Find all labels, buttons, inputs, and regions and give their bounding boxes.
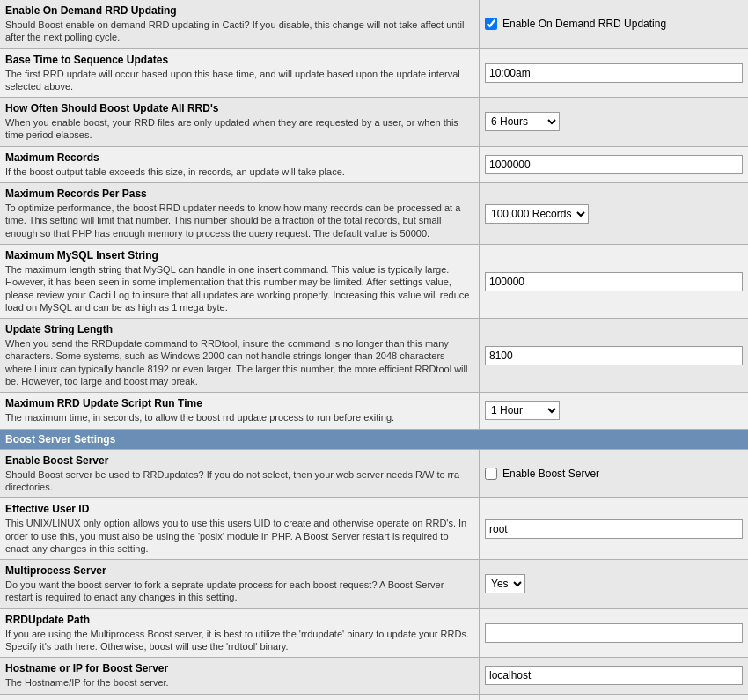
checkbox-text-enable-on-demand: Enable On Demand RRD Updating: [502, 18, 666, 30]
label-title-rrdupdate-path: RRDUpdate Path: [5, 614, 473, 626]
control-col-hostname-boost: [480, 658, 748, 693]
label-col-enable-boost-server: Enable Boost ServerShould Boost server b…: [0, 450, 480, 498]
label-col-multiprocess-server: Multiprocess ServerDo you want the boost…: [0, 560, 480, 608]
control-col-effective-user-id: [480, 498, 748, 559]
label-title-max-records-per-pass: Maximum Records Per Pass: [5, 188, 473, 200]
control-col-max-rrd-script-runtime: 30 Minutes1 Hour2 Hours4 Hours: [480, 393, 748, 428]
label-title-max-rrd-script-runtime: Maximum RRD Update Script Run Time: [5, 397, 473, 409]
settings-row-base-time: Base Time to Sequence UpdatesThe first R…: [0, 49, 748, 99]
label-col-effective-user-id: Effective User IDThis UNIX/LINUX only op…: [0, 498, 480, 559]
label-title-multiprocess-server: Multiprocess Server: [5, 564, 473, 577]
control-col-max-records: [480, 147, 748, 182]
input-max-mysql-insert[interactable]: [485, 272, 743, 291]
select-max-records-per-pass[interactable]: 5,000 Records10,000 Records20,000 Record…: [485, 204, 589, 224]
label-title-enable-on-demand: Enable On Demand RRD Updating: [5, 4, 473, 17]
label-title-effective-user-id: Effective User ID: [5, 503, 473, 515]
label-col-tcp-port: TCP Port to Communicate OnThe boost serv…: [0, 695, 480, 700]
settings-row-max-records-per-pass: Maximum Records Per PassTo optimize perf…: [0, 183, 748, 245]
label-title-enable-boost-server: Enable Boost Server: [5, 454, 473, 467]
settings-row-max-records: Maximum RecordsIf the boost output table…: [0, 147, 748, 183]
settings-row-enable-on-demand: Enable On Demand RRD UpdatingShould Boos…: [0, 0, 748, 49]
control-col-tcp-port: [480, 695, 748, 700]
checkbox-text-enable-boost-server: Enable Boost Server: [502, 468, 599, 480]
control-col-base-time: [480, 49, 748, 98]
select-max-rrd-script-runtime[interactable]: 30 Minutes1 Hour2 Hours4 Hours: [485, 401, 560, 420]
label-desc-hostname-boost: The Hostname/IP for the boost server.: [5, 676, 473, 689]
main-settings: Enable On Demand RRD UpdatingShould Boos…: [0, 0, 748, 430]
checkbox-label-enable-boost-server[interactable]: Enable Boost Server: [485, 468, 599, 480]
input-base-time[interactable]: [485, 63, 743, 83]
select-multiprocess-server[interactable]: YesNo: [485, 574, 525, 593]
label-title-base-time: Base Time to Sequence Updates: [5, 54, 473, 66]
label-title-how-often: How Often Should Boost Update All RRD's: [5, 102, 473, 114]
settings-row-how-often: How Often Should Boost Update All RRD'sW…: [0, 98, 748, 147]
label-desc-max-records: If the boost output table exceeds this s…: [5, 166, 473, 178]
label-col-rrdupdate-path: RRDUpdate PathIf you are using the Multi…: [0, 609, 480, 658]
label-desc-enable-on-demand: Should Boost enable on demand RRD updati…: [5, 18, 473, 44]
label-col-max-records-per-pass: Maximum Records Per PassTo optimize perf…: [0, 183, 480, 244]
label-desc-multiprocess-server: Do you want the boost server to fork a s…: [5, 578, 473, 604]
control-col-update-string-length: [480, 319, 748, 392]
label-desc-effective-user-id: This UNIX/LINUX only option allows you t…: [5, 517, 473, 555]
label-desc-enable-boost-server: Should Boost server be used to RRDupdate…: [5, 468, 473, 494]
input-rrdupdate-path[interactable]: [485, 623, 743, 643]
input-max-records[interactable]: [485, 155, 743, 174]
label-desc-base-time: The first RRD update will occur based up…: [5, 68, 473, 93]
settings-row-effective-user-id: Effective User IDThis UNIX/LINUX only op…: [0, 498, 748, 560]
input-hostname-boost[interactable]: [485, 666, 743, 685]
label-title-hostname-boost: Hostname or IP for Boost Server: [5, 662, 473, 674]
label-col-enable-on-demand: Enable On Demand RRD UpdatingShould Boos…: [0, 0, 480, 48]
checkbox-enable-on-demand[interactable]: [485, 18, 497, 30]
label-col-max-mysql-insert: Maximum MySQL Insert StringThe maximum l…: [0, 245, 480, 318]
label-desc-max-records-per-pass: To optimize performance, the boost RRD u…: [5, 202, 473, 239]
boost-settings: Enable Boost ServerShould Boost server b…: [0, 450, 748, 700]
control-col-max-mysql-insert: [480, 245, 748, 318]
label-col-base-time: Base Time to Sequence UpdatesThe first R…: [0, 49, 480, 98]
settings-row-update-string-length: Update String LengthWhen you send the RR…: [0, 319, 748, 393]
section-boost-header: Boost Server Settings: [0, 430, 748, 450]
settings-row-tcp-port: TCP Port to Communicate OnThe boost serv…: [0, 695, 748, 700]
control-col-how-often: 15 Minutes30 Minutes1 Hour2 Hours4 Hours…: [480, 98, 748, 146]
select-how-often[interactable]: 15 Minutes30 Minutes1 Hour2 Hours4 Hours…: [485, 112, 560, 131]
checkbox-label-enable-on-demand[interactable]: Enable On Demand RRD Updating: [485, 18, 666, 30]
label-desc-how-often: When you enable boost, your RRD files ar…: [5, 116, 473, 142]
page-container: Enable On Demand RRD UpdatingShould Boos…: [0, 0, 748, 700]
settings-row-rrdupdate-path: RRDUpdate PathIf you are using the Multi…: [0, 609, 748, 659]
label-title-update-string-length: Update String Length: [5, 323, 473, 335]
checkbox-enable-boost-server[interactable]: [485, 468, 497, 480]
label-desc-max-rrd-script-runtime: The maximum time, in seconds, to allow t…: [5, 411, 473, 424]
control-col-rrdupdate-path: [480, 609, 748, 658]
settings-row-multiprocess-server: Multiprocess ServerDo you want the boost…: [0, 560, 748, 609]
label-col-hostname-boost: Hostname or IP for Boost ServerThe Hostn…: [0, 658, 480, 693]
label-col-max-records: Maximum RecordsIf the boost output table…: [0, 147, 480, 182]
label-col-update-string-length: Update String LengthWhen you send the RR…: [0, 319, 480, 392]
label-col-max-rrd-script-runtime: Maximum RRD Update Script Run TimeThe ma…: [0, 393, 480, 428]
label-desc-update-string-length: When you send the RRDupdate command to R…: [5, 337, 473, 387]
control-col-max-records-per-pass: 5,000 Records10,000 Records20,000 Record…: [480, 183, 748, 244]
settings-row-max-mysql-insert: Maximum MySQL Insert StringThe maximum l…: [0, 245, 748, 319]
label-desc-rrdupdate-path: If you are using the Multiprocess Boost …: [5, 628, 473, 653]
label-title-max-mysql-insert: Maximum MySQL Insert String: [5, 249, 473, 262]
input-effective-user-id[interactable]: [485, 519, 743, 539]
settings-row-hostname-boost: Hostname or IP for Boost ServerThe Hostn…: [0, 658, 748, 694]
control-col-multiprocess-server: YesNo: [480, 560, 748, 608]
control-col-enable-on-demand: Enable On Demand RRD Updating: [480, 0, 748, 48]
label-col-how-often: How Often Should Boost Update All RRD'sW…: [0, 98, 480, 146]
control-col-enable-boost-server: Enable Boost Server: [480, 450, 748, 498]
label-title-max-records: Maximum Records: [5, 151, 473, 164]
settings-row-max-rrd-script-runtime: Maximum RRD Update Script Run TimeThe ma…: [0, 393, 748, 429]
input-update-string-length[interactable]: [485, 346, 743, 365]
label-desc-max-mysql-insert: The maximum length string that MySQL can…: [5, 263, 473, 313]
settings-row-enable-boost-server: Enable Boost ServerShould Boost server b…: [0, 450, 748, 499]
